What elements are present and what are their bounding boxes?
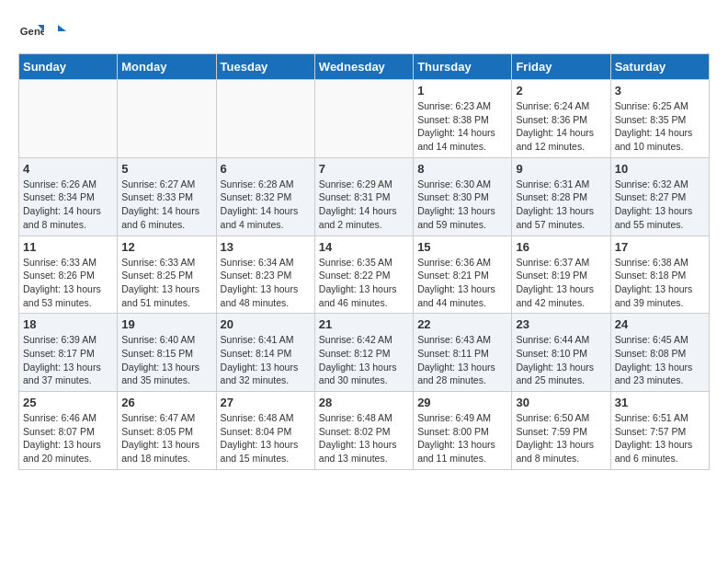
calendar-cell: 27Sunrise: 6:48 AM Sunset: 8:04 PM Dayli… [216, 392, 314, 470]
calendar-cell: 4Sunrise: 6:26 AM Sunset: 8:34 PM Daylig… [19, 157, 118, 236]
logo: General [18, 18, 66, 44]
calendar-cell: 11Sunrise: 6:33 AM Sunset: 8:26 PM Dayli… [19, 236, 118, 314]
calendar-cell: 19Sunrise: 6:40 AM Sunset: 8:15 PM Dayli… [118, 314, 216, 392]
calendar-cell: 31Sunrise: 6:51 AM Sunset: 7:57 PM Dayli… [610, 392, 709, 470]
col-header-friday: Friday [512, 54, 610, 80]
calendar-cell: 22Sunrise: 6:43 AM Sunset: 8:11 PM Dayli… [414, 314, 512, 392]
day-info: Sunrise: 6:30 AM Sunset: 8:30 PM Dayligh… [417, 178, 507, 232]
day-info: Sunrise: 6:28 AM Sunset: 8:32 PM Dayligh… [221, 178, 311, 232]
day-info: Sunrise: 6:40 AM Sunset: 8:15 PM Dayligh… [121, 333, 211, 387]
calendar-cell: 13Sunrise: 6:34 AM Sunset: 8:23 PM Dayli… [216, 236, 314, 314]
day-number: 4 [23, 162, 113, 176]
day-info: Sunrise: 6:44 AM Sunset: 8:10 PM Dayligh… [516, 333, 606, 387]
day-number: 20 [221, 317, 311, 331]
day-info: Sunrise: 6:31 AM Sunset: 8:28 PM Dayligh… [516, 178, 606, 232]
calendar-cell: 5Sunrise: 6:27 AM Sunset: 8:33 PM Daylig… [118, 157, 216, 236]
day-info: Sunrise: 6:25 AM Sunset: 8:35 PM Dayligh… [615, 99, 705, 154]
day-info: Sunrise: 6:41 AM Sunset: 8:14 PM Dayligh… [221, 333, 311, 387]
day-number: 23 [516, 317, 606, 331]
day-number: 17 [615, 240, 705, 254]
day-number: 18 [23, 317, 113, 331]
day-info: Sunrise: 6:43 AM Sunset: 8:11 PM Dayligh… [417, 333, 507, 387]
day-number: 1 [417, 84, 507, 98]
day-info: Sunrise: 6:33 AM Sunset: 8:25 PM Dayligh… [121, 256, 211, 310]
day-number: 12 [121, 240, 211, 254]
logo-icon: General [18, 18, 44, 44]
day-number: 19 [121, 317, 211, 331]
day-info: Sunrise: 6:27 AM Sunset: 8:33 PM Dayligh… [121, 178, 211, 232]
calendar-cell: 23Sunrise: 6:44 AM Sunset: 8:10 PM Dayli… [512, 314, 610, 392]
header: General [18, 18, 710, 44]
col-header-tuesday: Tuesday [216, 54, 314, 80]
day-number: 9 [516, 162, 606, 176]
col-header-sunday: Sunday [19, 54, 118, 80]
day-info: Sunrise: 6:24 AM Sunset: 8:36 PM Dayligh… [516, 99, 606, 154]
day-info: Sunrise: 6:50 AM Sunset: 7:59 PM Dayligh… [516, 411, 606, 465]
calendar-cell: 18Sunrise: 6:39 AM Sunset: 8:17 PM Dayli… [19, 314, 118, 392]
day-info: Sunrise: 6:32 AM Sunset: 8:27 PM Dayligh… [615, 178, 705, 232]
col-header-thursday: Thursday [414, 54, 512, 80]
calendar-week-row: 4Sunrise: 6:26 AM Sunset: 8:34 PM Daylig… [19, 157, 710, 236]
calendar-cell [118, 80, 216, 158]
day-number: 2 [516, 84, 606, 98]
svg-marker-2 [58, 25, 66, 31]
day-info: Sunrise: 6:51 AM Sunset: 7:57 PM Dayligh… [615, 411, 705, 465]
day-number: 8 [417, 162, 507, 176]
day-info: Sunrise: 6:48 AM Sunset: 8:04 PM Dayligh… [221, 411, 311, 465]
day-number: 10 [615, 162, 705, 176]
calendar-cell: 26Sunrise: 6:47 AM Sunset: 8:05 PM Dayli… [118, 392, 216, 470]
calendar-cell [314, 80, 413, 158]
calendar-header-row: SundayMondayTuesdayWednesdayThursdayFrid… [19, 54, 710, 80]
day-info: Sunrise: 6:38 AM Sunset: 8:18 PM Dayligh… [615, 256, 705, 310]
calendar-cell: 25Sunrise: 6:46 AM Sunset: 8:07 PM Dayli… [19, 392, 118, 470]
calendar-cell: 24Sunrise: 6:45 AM Sunset: 8:08 PM Dayli… [610, 314, 709, 392]
day-number: 21 [319, 317, 409, 331]
calendar-cell: 28Sunrise: 6:48 AM Sunset: 8:02 PM Dayli… [314, 392, 413, 470]
calendar-table: SundayMondayTuesdayWednesdayThursdayFrid… [18, 53, 710, 470]
calendar-cell: 1Sunrise: 6:23 AM Sunset: 8:38 PM Daylig… [414, 80, 512, 158]
day-info: Sunrise: 6:48 AM Sunset: 8:02 PM Dayligh… [319, 411, 409, 465]
day-info: Sunrise: 6:37 AM Sunset: 8:19 PM Dayligh… [516, 256, 606, 310]
calendar-cell: 8Sunrise: 6:30 AM Sunset: 8:30 PM Daylig… [414, 157, 512, 236]
day-number: 28 [319, 396, 409, 409]
calendar-cell: 6Sunrise: 6:28 AM Sunset: 8:32 PM Daylig… [216, 157, 314, 236]
day-number: 16 [516, 240, 606, 254]
calendar-week-row: 18Sunrise: 6:39 AM Sunset: 8:17 PM Dayli… [19, 314, 710, 392]
calendar-cell: 17Sunrise: 6:38 AM Sunset: 8:18 PM Dayli… [610, 236, 709, 314]
calendar-cell [19, 80, 118, 158]
day-number: 26 [121, 396, 211, 409]
calendar-cell: 9Sunrise: 6:31 AM Sunset: 8:28 PM Daylig… [512, 157, 610, 236]
day-number: 30 [516, 396, 606, 409]
calendar-cell: 7Sunrise: 6:29 AM Sunset: 8:31 PM Daylig… [314, 157, 413, 236]
day-number: 7 [319, 162, 409, 176]
day-number: 3 [615, 84, 705, 98]
day-info: Sunrise: 6:23 AM Sunset: 8:38 PM Dayligh… [417, 99, 507, 154]
day-number: 24 [615, 317, 705, 331]
col-header-monday: Monday [118, 54, 216, 80]
calendar-cell: 21Sunrise: 6:42 AM Sunset: 8:12 PM Dayli… [314, 314, 413, 392]
day-info: Sunrise: 6:35 AM Sunset: 8:22 PM Dayligh… [319, 256, 409, 310]
calendar-week-row: 1Sunrise: 6:23 AM Sunset: 8:38 PM Daylig… [19, 80, 710, 158]
calendar-cell: 16Sunrise: 6:37 AM Sunset: 8:19 PM Dayli… [512, 236, 610, 314]
calendar-cell [216, 80, 314, 158]
calendar-cell: 15Sunrise: 6:36 AM Sunset: 8:21 PM Dayli… [414, 236, 512, 314]
day-info: Sunrise: 6:45 AM Sunset: 8:08 PM Dayligh… [615, 333, 705, 387]
day-info: Sunrise: 6:34 AM Sunset: 8:23 PM Dayligh… [221, 256, 311, 310]
calendar-week-row: 25Sunrise: 6:46 AM Sunset: 8:07 PM Dayli… [19, 392, 710, 470]
day-number: 31 [615, 396, 705, 409]
day-info: Sunrise: 6:39 AM Sunset: 8:17 PM Dayligh… [23, 333, 113, 387]
day-number: 14 [319, 240, 409, 254]
calendar-cell: 10Sunrise: 6:32 AM Sunset: 8:27 PM Dayli… [610, 157, 709, 236]
col-header-saturday: Saturday [610, 54, 709, 80]
day-info: Sunrise: 6:42 AM Sunset: 8:12 PM Dayligh… [319, 333, 409, 387]
day-info: Sunrise: 6:36 AM Sunset: 8:21 PM Dayligh… [417, 256, 507, 310]
calendar-cell: 29Sunrise: 6:49 AM Sunset: 8:00 PM Dayli… [414, 392, 512, 470]
day-number: 11 [23, 240, 113, 254]
day-number: 25 [23, 396, 113, 409]
day-info: Sunrise: 6:49 AM Sunset: 8:00 PM Dayligh… [417, 411, 507, 465]
day-info: Sunrise: 6:33 AM Sunset: 8:26 PM Dayligh… [23, 256, 113, 310]
day-number: 22 [417, 317, 507, 331]
day-info: Sunrise: 6:46 AM Sunset: 8:07 PM Dayligh… [23, 411, 113, 465]
calendar-cell: 12Sunrise: 6:33 AM Sunset: 8:25 PM Dayli… [118, 236, 216, 314]
day-number: 6 [221, 162, 311, 176]
